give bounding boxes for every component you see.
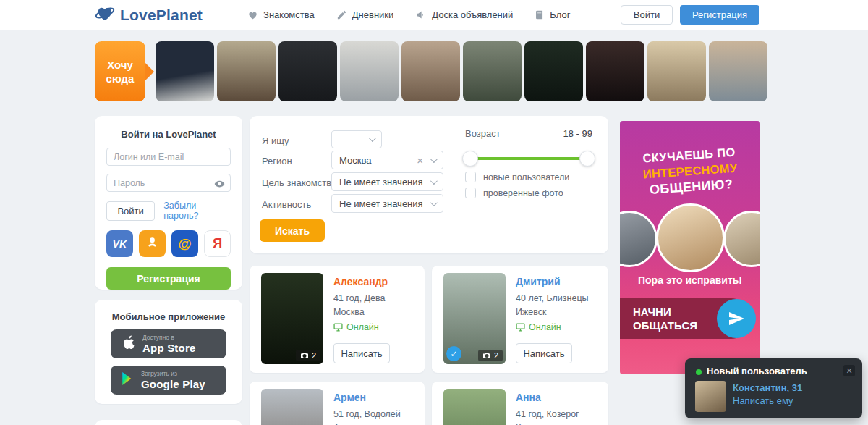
profile-age-sign: 41 год, Дева <box>333 292 385 306</box>
checkbox-box[interactable] <box>465 188 476 198</box>
strip-photo[interactable] <box>647 41 706 101</box>
vk-icon[interactable]: VK <box>106 230 133 257</box>
slider-handle-min[interactable] <box>462 151 478 167</box>
profile-card: ✓ 2 Дмитрий 40 лет, Близнецы Ижевск Онла… <box>432 266 608 373</box>
nav-item-dating[interactable]: Знакомства <box>247 9 315 20</box>
nav-item-board[interactable]: Доска объявлений <box>415 9 513 20</box>
strip-photo[interactable] <box>340 41 399 101</box>
online-status: Онлайн <box>333 322 379 332</box>
search-label-activity: Активность <box>262 199 311 210</box>
profile-city: Анапа <box>333 421 401 425</box>
toast-title: Новый пользователь <box>707 366 807 376</box>
apple-icon <box>121 334 135 354</box>
nav-item-diaries[interactable]: Дневники <box>336 9 394 20</box>
online-dot-icon <box>696 369 702 375</box>
odnoklassniki-icon[interactable] <box>139 230 166 257</box>
profile-info: 41 год, Дева Москва <box>333 292 385 319</box>
strip-photo[interactable] <box>401 41 460 101</box>
google-play-icon <box>121 371 134 389</box>
search-label-goal: Цель знакомства <box>262 177 336 188</box>
signup-button[interactable]: Регистрация <box>106 267 231 290</box>
slider-track <box>465 157 592 160</box>
megaphone-icon <box>415 9 427 20</box>
age-slider[interactable] <box>465 151 592 167</box>
online-label: Онлайн <box>529 322 561 332</box>
google-play-button[interactable]: Загрузить из Google Play <box>111 366 226 395</box>
profile-info: 41 год, Козерог Курск <box>516 408 579 425</box>
photo-count-badge: 2 <box>296 350 320 361</box>
profile-name[interactable]: Александр <box>333 276 388 287</box>
banner-headline: СКУЧАЕШЬ ПО ИНТЕРЕСНОМУ ОБЩЕНИЮ? <box>620 142 760 199</box>
mailru-icon[interactable]: @ <box>171 230 198 257</box>
banner-photo-circle <box>723 211 760 267</box>
checkbox-new-users[interactable]: новые пользователи <box>465 172 569 182</box>
photo-strip: Хочу сюда <box>95 41 767 101</box>
select-value: Москва <box>339 155 371 166</box>
search-form-card: Я ищу Регион Москва × Цель знакомства Не… <box>250 116 608 253</box>
write-message-button[interactable]: Написать <box>333 343 390 363</box>
profile-card: Анна 41 год, Козерог Курск <box>432 382 608 425</box>
brand-logo[interactable]: LovePlanet <box>95 4 203 26</box>
banner-cta-line: НАЧНИ <box>633 305 697 319</box>
profile-name[interactable]: Анна <box>516 392 541 403</box>
write-message-button[interactable]: Написать <box>516 343 572 363</box>
header-login-button[interactable]: Войти <box>621 5 673 25</box>
store-caption: Доступно в <box>142 334 195 341</box>
strip-photo[interactable] <box>586 41 644 101</box>
toast-user-link[interactable]: Константин, 31 <box>733 382 802 393</box>
checkbox-label: новые пользователи <box>483 172 569 182</box>
photo-count: 2 <box>312 351 316 360</box>
banner-subline: Пора это исправить! <box>620 274 760 286</box>
strip-photo[interactable] <box>463 41 522 101</box>
profile-name[interactable]: Дмитрий <box>516 276 561 287</box>
activity-select[interactable]: Не имеет значения <box>331 194 443 213</box>
toast-write-link[interactable]: Написать ему <box>733 395 793 406</box>
photo-count: 2 <box>494 351 498 360</box>
strip-photo[interactable] <box>524 41 583 101</box>
clear-icon[interactable]: × <box>417 155 423 166</box>
close-icon[interactable]: ✕ <box>843 365 855 376</box>
profile-photo[interactable]: ✓ 2 <box>443 273 506 364</box>
app-store-button[interactable]: Доступно в App Store <box>111 329 226 358</box>
photo-count-badge: 2 <box>478 350 503 361</box>
search-button[interactable]: Искать <box>260 219 325 242</box>
nav-item-blog[interactable]: Блог <box>535 9 570 20</box>
checkbox-box[interactable] <box>465 172 476 182</box>
profile-photo[interactable] <box>443 389 506 425</box>
password-input[interactable] <box>106 174 231 192</box>
profile-age-sign: 41 год, Козерог <box>516 408 579 421</box>
strip-photo[interactable] <box>156 41 214 101</box>
header-signup-button[interactable]: Регистрация <box>680 5 760 25</box>
show-password-icon[interactable] <box>214 178 225 191</box>
slider-handle-max[interactable] <box>579 151 595 167</box>
header-actions: Войти Регистрация <box>621 5 760 25</box>
login-submit-button[interactable]: Войти <box>106 201 155 221</box>
select-value: Не имеет значения <box>339 177 423 188</box>
banner-cta-button[interactable]: НАЧНИ ОБЩАТЬСЯ <box>620 298 752 339</box>
strip-photo[interactable] <box>709 41 767 101</box>
nav-label: Блог <box>550 9 570 20</box>
goal-select[interactable]: Не имеет значения <box>331 172 443 191</box>
store-name: App Store <box>142 342 195 353</box>
age-range-value: 18 - 99 <box>563 128 592 139</box>
seek-select[interactable] <box>331 130 382 148</box>
profile-photo[interactable]: 2 <box>261 273 323 364</box>
want-here-button[interactable]: Хочу сюда <box>95 41 145 101</box>
yandex-icon[interactable]: Я <box>204 230 231 257</box>
forgot-password-link[interactable]: Забыли пароль? <box>163 201 231 221</box>
select-value: Не имеет значения <box>339 198 423 209</box>
store-caption: Загрузить из <box>141 371 205 377</box>
nav-label: Доска объявлений <box>432 9 513 20</box>
chevron-down-icon <box>430 199 438 206</box>
profile-age-sign: 40 лет, Близнецы <box>516 292 589 306</box>
checkbox-verified-photos[interactable]: проверенные фото <box>465 188 563 198</box>
nav-label: Знакомства <box>263 9 315 20</box>
profile-name[interactable]: Армен <box>333 392 366 403</box>
toast-avatar[interactable] <box>695 381 726 412</box>
ad-banner[interactable]: СКУЧАЕШЬ ПО ИНТЕРЕСНОМУ ОБЩЕНИЮ? Пора эт… <box>620 121 760 374</box>
strip-photo[interactable] <box>278 41 337 101</box>
login-input[interactable] <box>106 148 231 166</box>
profile-photo[interactable] <box>261 389 323 425</box>
strip-photo[interactable] <box>217 41 276 101</box>
region-select[interactable]: Москва × <box>331 151 443 169</box>
